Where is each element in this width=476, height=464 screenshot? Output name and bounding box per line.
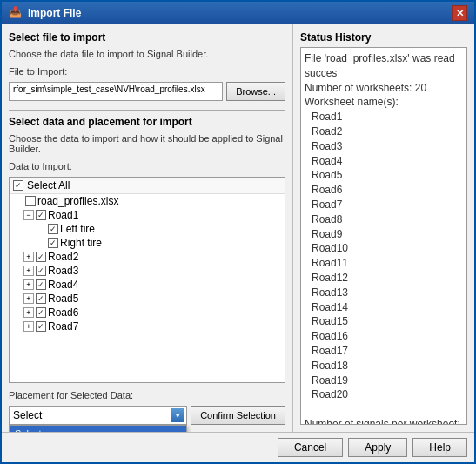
road4-expander[interactable]: + [23,279,34,290]
left-tire-label: Left tire [60,223,95,235]
bottom-button-bar: Cancel Apply Help [2,432,474,462]
road5-label: Road5 [48,293,78,305]
tree-item-road4[interactable]: + Road4 [10,278,285,292]
road3-checkbox[interactable] [36,266,46,276]
road7-expander[interactable]: + [23,321,34,332]
title-bar-left: 📥 Import File [9,6,81,20]
tree-item-left-tire[interactable]: Left tire [10,222,285,236]
window-title: Import File [28,7,81,19]
road4-label: Road4 [48,279,78,291]
data-tree[interactable]: Select All road_profiles.xlsx − Road1 [9,177,285,383]
status-history-box: File 'road_profiles.xlsx' was read succe… [300,47,467,425]
select-all-label: Select All [27,179,70,192]
road2-label: Road2 [48,251,78,263]
status-line-1: Number of worksheets: 20 [305,81,463,96]
right-panel: Status History File 'road_profiles.xlsx'… [293,24,474,432]
help-button[interactable]: Help [412,438,467,457]
status-road10: Road10 [305,241,463,256]
status-road12: Road12 [305,271,463,286]
select-all-row[interactable]: Select All [10,178,285,194]
road6-expander[interactable]: + [23,307,34,318]
file-node-label: road_profiles.xlsx [37,195,118,207]
left-tire-checkbox[interactable] [48,224,58,234]
status-road20: Road20 [305,387,463,402]
road5-expander[interactable]: + [23,293,34,304]
status-road11: Road11 [305,256,463,271]
road1-label: Road1 [48,209,78,221]
status-road7: Road7 [305,198,463,212]
status-title: Status History [300,31,467,44]
status-road16: Road16 [305,329,463,344]
main-content: Select file to import Choose the data fi… [2,24,474,432]
dropdown-option-select[interactable]: Select [10,426,186,432]
road6-checkbox[interactable] [36,307,46,318]
status-road17: Road17 [305,344,463,359]
select-all-checkbox[interactable] [13,180,23,191]
road3-label: Road3 [48,265,78,277]
road3-expander[interactable]: + [23,266,34,276]
status-line-2: Worksheet name(s): [305,95,463,110]
right-tire-label: Right tire [60,237,102,249]
road1-checkbox[interactable] [36,210,46,220]
road2-expander[interactable]: + [23,252,34,262]
dropdown-arrow-icon[interactable]: ▼ [171,408,184,422]
tree-item-road3[interactable]: + Road3 [10,264,285,278]
section2-desc: Choose the data to import and how it sho… [9,133,285,154]
status-road2: Road2 [305,124,463,139]
status-road8: Road8 [305,212,463,227]
status-road1: Road1 [305,110,463,124]
section1-title: Select file to import [9,31,285,44]
dropdown-list: Select Append selected signals to all gr… [9,425,187,432]
status-road19: Road19 [305,373,463,388]
data-import-label: Data to Import: [9,161,285,171]
browse-button[interactable]: Browse... [226,82,285,101]
road4-checkbox[interactable] [36,279,46,290]
window-icon: 📥 [9,6,23,20]
import-file-window: 📥 Import File ✕ Select file to import Ch… [0,0,476,464]
tree-item-road6[interactable]: + Road6 [10,306,285,319]
status-road14: Road14 [305,300,463,315]
right-tire-checkbox[interactable] [48,238,58,248]
tree-item-road2[interactable]: + Road2 [10,250,285,264]
status-blank1 [305,402,463,417]
tree-item-file[interactable]: road_profiles.xlsx [10,194,285,208]
road1-expander[interactable]: − [23,210,34,220]
tree-item-road7[interactable]: + Road7 [10,319,285,333]
file-checkbox[interactable] [25,196,36,206]
status-road6: Road6 [305,183,463,198]
road2-checkbox[interactable] [36,252,46,262]
tree-item-right-tire[interactable]: Right tire [10,236,285,250]
tree-item-road5[interactable]: + Road5 [10,292,285,306]
status-road15: Road15 [305,314,463,329]
placement-dropdown[interactable]: Select ▼ [9,406,187,425]
status-road18: Road18 [305,359,463,373]
status-line-0: File 'road_profiles.xlsx' was read succe… [305,51,463,81]
file-label: File to Import: [9,66,285,77]
placement-dropdown-container: Select ▼ Select Append selected signals … [9,406,187,425]
tree-item-road1[interactable]: − Road1 [10,208,285,222]
status-road4: Road4 [305,154,463,169]
status-road5: Road5 [305,168,463,183]
confirm-selection-button[interactable]: Confirm Selection [191,406,285,425]
dropdown-selected-text: Select [13,409,42,421]
status-road13: Road13 [305,286,463,300]
road7-label: Road7 [48,320,78,333]
road7-checkbox[interactable] [36,321,46,332]
title-bar: 📥 Import File ✕ [2,2,474,24]
status-road3: Road3 [305,139,463,154]
road6-label: Road6 [48,306,78,319]
left-panel: Select file to import Choose the data fi… [2,24,293,432]
section-divider [9,110,285,111]
section1-desc: Choose the data file to import to Signal… [9,49,285,59]
close-button[interactable]: ✕ [452,5,467,21]
status-road9: Road9 [305,227,463,242]
section2-title: Select data and placement for import [9,116,285,128]
placement-label: Placement for Selected Data: [9,390,133,400]
status-signals-count: Number of signals per worksheet: 2 [305,417,463,425]
road5-checkbox[interactable] [36,293,46,304]
apply-button[interactable]: Apply [348,438,407,457]
file-row: rfor_sim\simple_test_case\NVH\road_profi… [9,82,285,101]
file-path-input[interactable]: rfor_sim\simple_test_case\NVH\road_profi… [9,82,223,101]
cancel-button[interactable]: Cancel [278,438,343,457]
